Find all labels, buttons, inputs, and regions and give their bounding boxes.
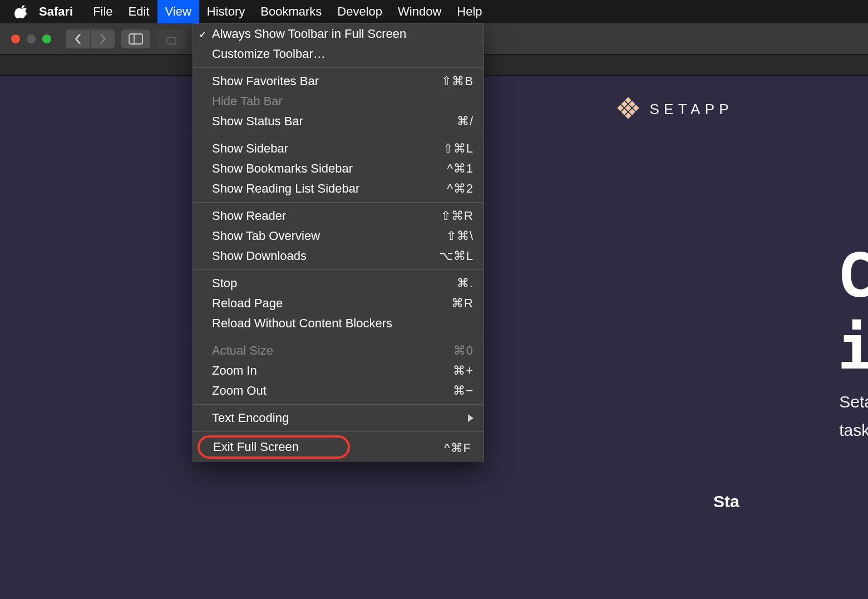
svg-rect-0 [129, 34, 142, 44]
menu-window[interactable]: Window [390, 0, 449, 23]
menu-item-shortcut: ⌘/ [457, 114, 474, 129]
menu-separator [193, 269, 484, 270]
svg-rect-3 [625, 97, 632, 103]
menu-item-show-reader[interactable]: Show Reader⇧⌘R [193, 206, 484, 226]
menu-item-show-status-bar[interactable]: Show Status Bar⌘/ [193, 111, 484, 131]
menu-item-shortcut: ⌘. [457, 276, 474, 291]
menu-item-shortcut: ^⌘1 [447, 161, 474, 176]
checkmark-icon: ✓ [199, 28, 207, 41]
menu-item-shortcut: ⇧⌘L [443, 141, 474, 156]
menu-item-label: Actual Size [212, 343, 453, 358]
menu-item-shortcut: ⇧⌘\ [446, 229, 474, 243]
menu-item-label: Reload Without Content Blockers [212, 316, 474, 331]
menu-edit[interactable]: Edit [121, 0, 157, 23]
menu-separator [193, 431, 484, 432]
menu-item-reload-without-content-blockers[interactable]: Reload Without Content Blockers [193, 313, 484, 333]
menu-item-show-reading-list-sidebar[interactable]: Show Reading List Sidebar^⌘2 [193, 179, 484, 199]
menu-item-show-tab-overview[interactable]: Show Tab Overview⇧⌘\ [193, 226, 484, 246]
close-window-button[interactable] [11, 35, 20, 43]
menu-item-customize-toolbar[interactable]: Customize Toolbar… [193, 44, 484, 64]
menu-item-shortcut: ⇧⌘R [441, 209, 474, 223]
svg-marker-12 [468, 414, 474, 422]
view-menu-dropdown: ✓Always Show Toolbar in Full ScreenCusto… [193, 23, 484, 461]
svg-rect-11 [625, 112, 632, 119]
menu-item-always-show-toolbar-in-full-screen[interactable]: ✓Always Show Toolbar in Full Screen [193, 24, 484, 44]
menu-view[interactable]: View [157, 0, 199, 23]
menu-item-label: Zoom In [212, 364, 453, 378]
sidebar-toggle-button[interactable] [121, 30, 150, 48]
back-button[interactable] [66, 30, 90, 48]
page-hero-paragraph: Seta task [839, 387, 868, 444]
window-traffic-lights [11, 35, 51, 43]
share-button[interactable] [157, 30, 186, 48]
menu-item-label: Show Sidebar [212, 141, 443, 156]
menu-item-label: Zoom Out [212, 384, 453, 398]
menu-item-shortcut: ⌘R [451, 296, 474, 311]
menu-item-label: Show Status Bar [212, 114, 457, 129]
menu-item-shortcut: ^⌘2 [447, 181, 474, 196]
menu-item-zoom-out[interactable]: Zoom Out⌘− [193, 381, 484, 401]
menu-item-label: Show Favorites Bar [212, 74, 441, 89]
menu-item-shortcut: ⌘− [453, 384, 474, 398]
svg-rect-10 [629, 109, 635, 115]
menu-item-shortcut: ⌥⌘L [439, 249, 474, 263]
svg-rect-6 [618, 105, 624, 111]
menu-item-text-encoding[interactable]: Text Encoding [193, 408, 484, 428]
menu-item-label: Show Reader [212, 209, 441, 223]
menu-separator [193, 202, 484, 203]
menu-item-label: Show Tab Overview [212, 229, 446, 243]
menu-separator [193, 404, 484, 405]
menu-separator [193, 337, 484, 337]
brand-name: SETAPP [649, 101, 733, 118]
menu-item-show-bookmarks-sidebar[interactable]: Show Bookmarks Sidebar^⌘1 [193, 159, 484, 179]
menu-item-show-favorites-bar[interactable]: Show Favorites Bar⇧⌘B [193, 71, 484, 91]
menu-item-label: Show Downloads [212, 249, 439, 263]
menu-separator [193, 135, 484, 135]
svg-rect-5 [629, 101, 635, 107]
menu-item-zoom-in[interactable]: Zoom In⌘+ [193, 361, 484, 381]
apple-logo-icon[interactable] [14, 5, 27, 18]
menu-develop[interactable]: Develop [329, 0, 390, 23]
menu-item-label: Exit Full Screen [213, 440, 338, 454]
menu-item-shortcut: ⌘+ [453, 364, 474, 378]
menu-item-shortcut: ^⌘F [444, 441, 471, 455]
menu-item-show-sidebar[interactable]: Show Sidebar⇧⌘L [193, 139, 484, 159]
setapp-logo-icon [617, 97, 639, 121]
svg-rect-4 [622, 101, 628, 107]
forward-button[interactable] [90, 30, 115, 48]
menu-help[interactable]: Help [449, 0, 490, 23]
menu-item-label: Always Show Toolbar in Full Screen [212, 27, 474, 41]
menu-file[interactable]: File [85, 0, 120, 23]
menu-item-show-downloads[interactable]: Show Downloads⌥⌘L [193, 246, 484, 266]
menu-item-label: Hide Tab Bar [212, 94, 474, 109]
menu-item-label: Show Bookmarks Sidebar [212, 161, 447, 176]
menu-item-exit-full-screen[interactable]: Exit Full Screen^⌘F [198, 435, 350, 459]
minimize-window-button[interactable] [27, 35, 36, 43]
page-hero-heading: C i [837, 239, 868, 384]
submenu-arrow-icon [468, 411, 474, 425]
menu-item-hide-tab-bar: Hide Tab Bar [193, 91, 484, 111]
site-brand[interactable]: SETAPP [617, 97, 733, 121]
svg-rect-8 [633, 105, 639, 111]
menu-separator [193, 67, 484, 68]
menu-bookmarks[interactable]: Bookmarks [253, 0, 329, 23]
menu-item-shortcut: ⌘0 [453, 343, 474, 358]
svg-rect-2 [167, 37, 176, 44]
app-name[interactable]: Safari [39, 4, 73, 19]
menu-item-stop[interactable]: Stop⌘. [193, 273, 484, 293]
menu-item-label: Text Encoding [212, 411, 468, 425]
svg-rect-7 [625, 105, 632, 111]
menu-item-label: Stop [212, 276, 457, 291]
menu-item-shortcut: ⇧⌘B [441, 74, 474, 89]
menu-item-label: Customize Toolbar… [212, 47, 474, 61]
menu-history[interactable]: History [199, 0, 253, 23]
menu-item-label: Show Reading List Sidebar [212, 181, 447, 196]
svg-rect-9 [622, 109, 628, 115]
zoom-window-button[interactable] [42, 35, 51, 43]
nav-back-forward [66, 30, 115, 48]
menu-item-reload-page[interactable]: Reload Page⌘R [193, 293, 484, 313]
system-menubar: Safari File Edit View History Bookmarks … [0, 0, 868, 23]
page-cta[interactable]: Sta [713, 492, 739, 511]
menu-item-label: Reload Page [212, 296, 451, 311]
menu-item-actual-size: Actual Size⌘0 [193, 341, 484, 361]
